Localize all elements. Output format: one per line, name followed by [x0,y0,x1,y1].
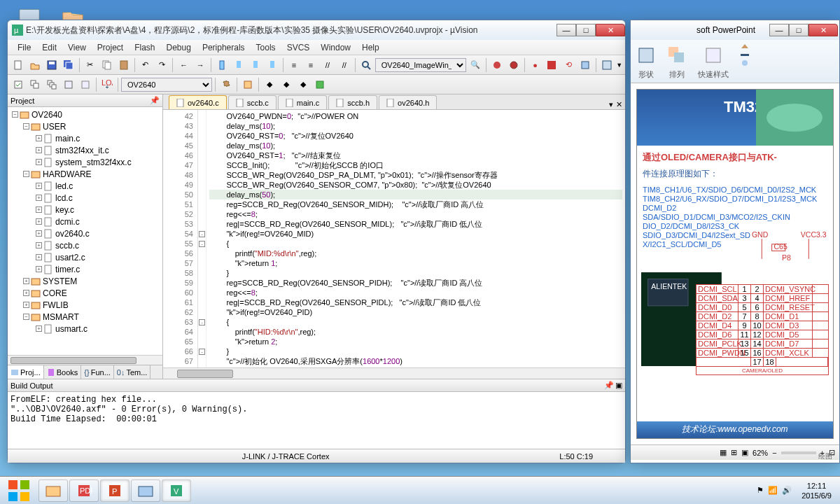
reset-button[interactable]: ⟲ [561,57,576,73]
tab-dropdown-icon[interactable]: ▾ [609,100,613,109]
copy-button[interactable] [99,57,115,73]
new-button[interactable] [10,57,26,73]
project-pin-icon[interactable]: 📌 [150,96,160,105]
source-text[interactable]: OV2640_PWDN=0; "c">//POWER ON delay_ms(1… [206,110,625,368]
download-button[interactable]: LOAD [99,77,115,92]
view-normal-icon[interactable]: ▦ [720,448,727,457]
uncomment-button[interactable]: // [337,57,352,73]
menu-debug[interactable]: Debug [161,41,197,54]
ppt-minimize-button[interactable]: — [769,24,789,36]
output-pin-icon[interactable]: 📌 [604,381,614,390]
tray-flag-icon[interactable]: ⚑ [757,486,764,495]
ppt-close-button[interactable]: ✕ [808,24,838,36]
zoom-slider[interactable] [781,451,816,454]
tb-icon-3[interactable]: ◆ [295,77,311,92]
tab-close-icon[interactable]: ✕ [616,100,622,109]
batch-build-button[interactable] [61,77,76,92]
menu-window[interactable]: Window [315,41,356,54]
find-go-button[interactable]: 🔍 [468,57,483,73]
breakpoint-button[interactable] [506,57,522,73]
find-combo[interactable]: OV2640_ImageWin_Set [375,58,466,72]
tray-network-icon[interactable]: 📶 [768,486,778,495]
menu-svcs[interactable]: SVCS [281,41,316,54]
ribbon-shapes[interactable]: 形状 [636,43,656,80]
taskbar-pdf[interactable]: PDF [69,479,99,502]
menu-view[interactable]: View [62,41,92,54]
zoom-out-button[interactable]: − [772,449,776,457]
ppt-titlebar[interactable]: soft PowerPoint — □ ✕ [631,20,839,40]
manage-books-button[interactable] [240,77,255,92]
ppt-maximize-button[interactable]: □ [789,24,808,36]
build-output-text[interactable]: FromELF: creating hex file... "..\OBJ\OV… [8,392,625,449]
file-tab[interactable]: main.c [278,95,327,109]
menu-file[interactable]: File [12,41,36,54]
taskbar-uvision[interactable]: V [162,479,191,502]
target-select[interactable]: OV2640 [121,78,212,92]
debug-button[interactable] [489,57,505,73]
tray-volume-icon[interactable]: 🔊 [782,486,792,495]
titlebar[interactable]: µ E:\开发板光盘资料\探索者\A盘\4，程序源码\2，标准例程-库函数版本\… [8,20,625,40]
nav-fwd-button[interactable]: → [192,57,208,73]
code-area[interactable]: 4243444546474849505152535455565758596061… [163,110,625,368]
open-button[interactable] [27,57,43,73]
system-tray[interactable]: ⚑ 📶 🔊 12:112015/6/9 [757,479,840,502]
cut-button[interactable]: ✂ [83,57,98,73]
indent-button[interactable]: ≡ [286,57,302,73]
tab-books[interactable]: Books [44,365,82,379]
run-button[interactable]: ● [528,57,543,73]
options-button[interactable] [218,77,234,92]
nav-back-button[interactable]: ← [176,57,191,73]
menu-edit[interactable]: Edit [36,41,62,54]
tab-templates[interactable]: 0↓Tem... [114,365,151,379]
taskbar-explorer[interactable] [38,479,68,502]
fold-gutter[interactable]: ---- [198,110,206,368]
paste-button[interactable] [116,57,132,73]
file-tab[interactable]: sccb.c [228,95,276,109]
project-tree[interactable]: −OV2640 −USER +main.c +stm32f4xx_it.c +s… [8,107,162,355]
taskbar-powerpoint[interactable]: P [100,479,130,502]
bookmark-prev-button[interactable] [231,57,246,73]
menu-help[interactable]: Help [356,41,385,54]
tb-icon-4[interactable] [312,77,328,92]
taskbar-files[interactable] [131,479,160,502]
stop-button[interactable] [545,57,560,73]
rebuild-button[interactable] [44,77,59,92]
redo-button[interactable]: ↷ [155,57,170,73]
outdent-button[interactable]: ≡ [303,57,318,73]
ppt-slide[interactable]: TM32F4开发板 通过OLED/CAMERA接口与ATK- 件连接原理图如下：… [636,89,834,439]
file-tab[interactable]: ov2640.c [169,95,227,109]
comment-button[interactable]: // [320,57,335,73]
tab-functions[interactable]: {}Fun... [81,365,113,379]
step-button[interactable] [578,57,593,73]
window-layout-button[interactable] [599,57,615,73]
build-button[interactable] [27,77,43,92]
save-button[interactable] [44,57,59,73]
maximize-button[interactable]: □ [576,24,596,36]
view-sorter-icon[interactable]: ⊞ [731,448,737,457]
ribbon-arrange[interactable]: 排列 [667,43,687,80]
clock[interactable]: 12:112015/6/9 [796,479,837,502]
file-tab[interactable]: sccb.h [328,95,377,109]
ribbon-styles[interactable]: 快速样式 [698,43,729,80]
output-close-icon[interactable]: ▣ [615,381,622,390]
bookmark-clear-button[interactable] [265,57,280,73]
save-all-button[interactable] [61,57,76,73]
bookmark-button[interactable] [214,57,230,73]
menu-flash[interactable]: Flash [129,41,160,54]
stop-build-button[interactable] [78,77,93,92]
menu-tools[interactable]: Tools [251,41,281,54]
find-button[interactable] [358,57,374,73]
editor-hscroll[interactable] [163,368,625,379]
menu-project[interactable]: Project [92,41,129,54]
undo-button[interactable]: ↶ [138,57,153,73]
ribbon-fill[interactable] [740,43,750,80]
menu-peripherals[interactable]: Peripherals [197,41,251,54]
close-button[interactable]: ✕ [596,24,625,36]
file-tab[interactable]: ov2640.h [379,95,437,109]
view-show-icon[interactable]: ▣ [741,448,748,457]
minimize-button[interactable]: — [556,24,576,36]
tab-project[interactable]: Proj... [8,365,44,379]
tb-icon-2[interactable]: ◆ [279,77,294,92]
bookmark-next-button[interactable] [248,57,263,73]
start-button[interactable] [0,477,38,505]
